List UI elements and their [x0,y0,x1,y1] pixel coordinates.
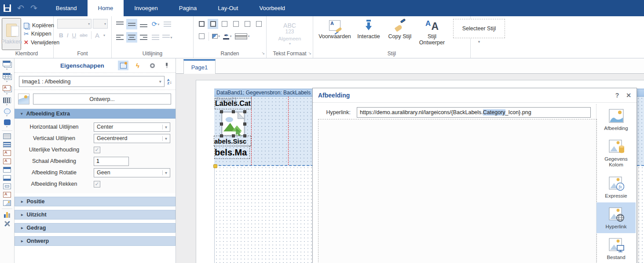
toolbox-band-tool[interactable]: ▸ [3,61,12,70]
aspect-ratio-checkbox[interactable]: ✓ [94,147,100,153]
text-rotation-button[interactable]: ⟳▾ [150,19,161,29]
section-header-positie[interactable]: ▸Positie [15,197,176,206]
font-size-combo[interactable]: ▾ [93,19,108,29]
tab-layout[interactable]: Lay-Out [207,0,249,16]
tab-home[interactable]: Home [88,0,124,16]
strikethrough-button[interactable]: abc [80,32,88,38]
option-afbeelding[interactable]: Afbeelding [596,104,636,135]
tab-page1[interactable]: Page1 [183,59,216,74]
border-left-button[interactable] [242,19,252,29]
line-spacing-button[interactable]: ▾ [162,32,173,43]
border-none-button[interactable] [219,19,230,29]
toolbox-text-in-cells[interactable] [3,159,11,164]
toolbox-services[interactable] [4,220,11,227]
image-thumbnail[interactable] [18,94,29,104]
option-expressie[interactable]: fx Expressie [596,172,636,202]
pin-panel-button[interactable] [161,61,172,70]
toolbox-page-band[interactable] [3,133,11,139]
text-wrap-button[interactable] [162,19,173,29]
fill-color-button[interactable]: ▾ [211,31,221,41]
align-justify-button[interactable] [150,32,161,43]
tab-bestand[interactable]: Bestand [45,0,88,16]
selection-handle[interactable] [232,110,235,113]
align-top-button[interactable] [114,19,125,29]
toolbox-subreport-tool[interactable]: ▸ [3,85,12,95]
toolbox-data-band[interactable] [3,142,11,148]
toolbox-panel-component[interactable] [3,184,11,189]
text-element-sisc[interactable]: abels.Sisc [214,136,251,146]
text-element-category[interactable]: Labels.Cat [215,98,252,109]
stretch-checkbox[interactable]: ✓ [94,181,100,187]
italic-button[interactable]: I [67,32,69,39]
interaction-button[interactable]: Interactie [355,19,382,40]
toolbox-text-component[interactable] [3,150,11,156]
tab-invoegen[interactable]: Invoegen [124,0,168,16]
dialog-launcher-icon[interactable]: ↘ [261,50,265,57]
events-view-button[interactable]: ϟ [132,61,143,70]
paste-button[interactable]: Plakken [2,18,21,50]
border-all-button[interactable] [196,19,207,29]
align-bottom-button[interactable] [138,19,149,29]
align-center-button[interactable] [126,32,137,43]
toolbox-shape-tool[interactable]: ▸ [4,108,11,117]
image-scale-input[interactable] [94,157,129,166]
dialog-launcher-icon[interactable]: ↘ [308,50,311,57]
text-format-button[interactable]: ABC 123 Algemeen ▾ [268,18,311,50]
border-style-button[interactable]: ▾ [234,31,251,41]
text-element-ma[interactable]: bels.Ma [214,146,250,159]
section-header-ontwerp[interactable]: ▸Ontwerp [15,236,176,246]
underline-button[interactable]: U [72,32,77,39]
horizontal-align-select[interactable]: Center▾ [94,122,170,132]
style-designer-button[interactable]: AA Stijl Ontwerper [418,19,446,46]
toolbox-image-component[interactable] [3,200,11,206]
toolbox-richtext-component[interactable] [3,192,11,198]
conditions-button[interactable]: Voorwaarden [318,19,351,40]
toolbox-table-tool[interactable]: ▸ [3,73,12,83]
selection-handle[interactable] [243,110,246,113]
option-bestand[interactable]: Bestand [596,233,636,263]
save-icon[interactable] [4,4,11,12]
redo-button[interactable]: ↷ [30,4,37,12]
section-header-uitzicht[interactable]: ▸Uitzicht [15,210,176,220]
bold-button[interactable]: B [59,32,63,39]
vertical-align-select[interactable]: Gecentreerd▾ [94,134,170,143]
chevron-down-icon[interactable]: ▾ [103,33,105,37]
settings-button[interactable] [147,61,157,70]
image-rotation-select[interactable]: Geen▾ [94,168,170,177]
dialog-help-button[interactable]: ? [615,92,619,99]
section-header-image-extra[interactable]: ▾ Afbeelding Extra [15,109,176,119]
hyperlink-input[interactable]: https://demo.auralibrary.nl/largeicons/{… [357,107,591,118]
image-element-selected[interactable] [221,112,245,136]
border-top-button[interactable] [231,19,241,29]
section-header-gedrag[interactable]: ▸Gedrag [15,223,176,233]
design-button[interactable]: Ontwerp... [33,94,171,104]
toolbox-chart-component[interactable] [4,212,10,218]
undo-button[interactable]: ↶ [17,4,24,12]
toolbox-footer-band[interactable] [3,175,11,181]
selection-handle[interactable] [220,122,223,126]
align-middle-button[interactable] [126,19,137,29]
option-hyperlink[interactable]: Hyperlink [596,202,636,233]
chevron-down-icon[interactable]: ▾ [478,40,480,44]
dialog-close-button[interactable]: ✕ [626,92,631,99]
border-color-button[interactable]: ✒▾ [222,31,233,41]
toolbox-header-band[interactable] [3,167,11,173]
border-right-button[interactable] [253,19,264,29]
tab-voorbeeld[interactable]: Voorbeeld [249,0,296,16]
align-left-button[interactable] [114,32,125,43]
toolbox-barcode-tool[interactable]: ▸ [3,97,11,106]
sort-alphabetical-button[interactable]: AZ ↓ [167,79,172,85]
border-bottom-button[interactable] [196,31,207,41]
selection-handle[interactable] [243,122,246,126]
border-outside-button[interactable] [208,19,218,29]
object-selector-combo[interactable]: Image1 : Afbeelding ▾ [19,76,165,87]
tab-pagina[interactable]: Pagina [168,0,207,16]
toolbox-component-tool[interactable]: ▸ [4,119,11,128]
font-family-combo[interactable]: ▾ [57,19,91,29]
select-style-button[interactable]: Selecteer Stijl [453,19,505,38]
align-right-button[interactable] [138,32,149,43]
selection-handle[interactable] [220,110,223,113]
option-gegevens-kolom[interactable]: Gegevens Kolom [596,135,636,171]
font-color-button[interactable]: A [95,32,99,39]
copy-style-button[interactable]: Copy Stijl [386,19,413,40]
